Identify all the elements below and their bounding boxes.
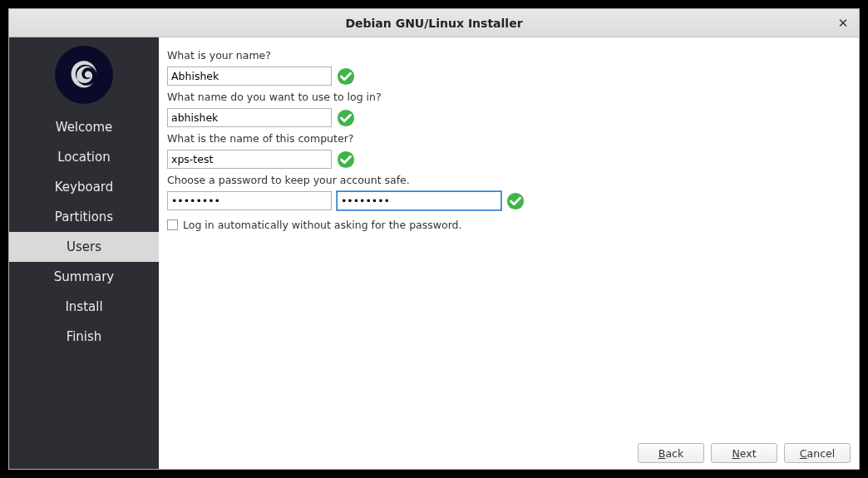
sidebar-item-partitions[interactable]: Partitions — [9, 202, 159, 232]
installer-window: Debian GNU/Linux Installer ✕ Welcome Loc… — [8, 8, 860, 470]
hostname-row — [167, 150, 851, 169]
hostname-input[interactable] — [167, 150, 332, 169]
main-panel: What is your name? What name do you want… — [159, 37, 859, 469]
sidebar-item-summary[interactable]: Summary — [9, 262, 159, 292]
autologin-row: Log in automatically without asking for … — [167, 219, 851, 231]
back-button[interactable]: Back — [638, 443, 704, 463]
check-icon — [337, 150, 355, 169]
cancel-button[interactable]: Cancel — [784, 443, 851, 463]
sidebar: Welcome Location Keyboard Partitions Use… — [9, 37, 159, 469]
window-title: Debian GNU/Linux Installer — [345, 17, 522, 30]
titlebar: Debian GNU/Linux Installer ✕ — [9, 9, 859, 37]
password-label: Choose a password to keep your account s… — [167, 174, 851, 186]
sidebar-item-location[interactable]: Location — [9, 142, 159, 172]
fullname-input[interactable] — [167, 67, 332, 86]
users-form: What is your name? What name do you want… — [159, 37, 859, 437]
fullname-row — [167, 67, 851, 86]
sidebar-item-keyboard[interactable]: Keyboard — [9, 172, 159, 202]
password-confirm-input[interactable] — [337, 191, 501, 210]
check-icon — [506, 192, 525, 210]
fullname-label: What is your name? — [167, 49, 851, 62]
window-body: Welcome Location Keyboard Partitions Use… — [9, 37, 859, 469]
next-button[interactable]: Next — [711, 443, 777, 463]
username-input[interactable] — [167, 108, 332, 127]
check-icon — [337, 109, 355, 127]
sidebar-item-welcome[interactable]: Welcome — [9, 112, 159, 142]
password-input[interactable] — [167, 191, 332, 210]
password-row — [167, 191, 851, 210]
debian-swirl-icon — [66, 57, 102, 93]
username-label: What name do you want to use to log in? — [167, 91, 851, 103]
close-button[interactable]: ✕ — [836, 16, 851, 31]
check-icon — [337, 67, 355, 86]
sidebar-item-finish[interactable]: Finish — [9, 322, 159, 352]
sidebar-item-install[interactable]: Install — [9, 292, 159, 322]
hostname-label: What is the name of this computer? — [167, 132, 851, 145]
sidebar-item-users[interactable]: Users — [9, 232, 159, 262]
autologin-checkbox[interactable] — [167, 219, 178, 230]
debian-logo — [55, 46, 113, 104]
footer: Back Next Cancel — [159, 437, 859, 469]
autologin-label: Log in automatically without asking for … — [183, 219, 462, 231]
username-row — [167, 108, 851, 127]
